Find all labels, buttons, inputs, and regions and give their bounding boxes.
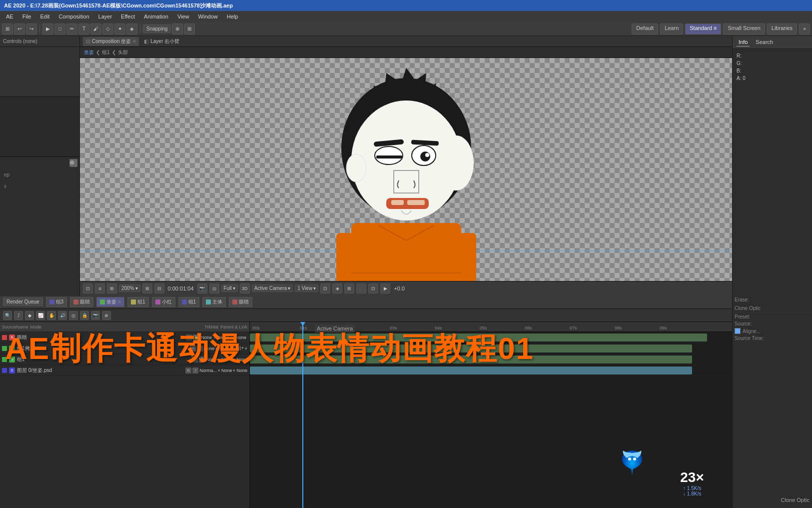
info-tab[interactable]: Info — [737, 38, 750, 46]
vp-snap-btn[interactable]: ⊡ — [368, 284, 378, 294]
layer-tab-group1b[interactable]: 组1 — [178, 297, 200, 307]
eraser-tool[interactable]: ◇ — [102, 24, 113, 34]
tl-graph-btn[interactable]: 📈 — [36, 311, 45, 320]
brush-tool[interactable]: 🖌 — [90, 24, 101, 34]
timecode-display[interactable]: 0:00:01:04 — [166, 286, 195, 292]
tl-hand-btn[interactable]: ✋ — [47, 311, 56, 320]
menu-file[interactable]: File — [18, 12, 35, 20]
view-dropdown[interactable]: 1 View ▾ — [295, 284, 318, 292]
tl-flow-btn[interactable]: ⤴ — [14, 311, 23, 320]
snapping-btn[interactable]: Snapping — [143, 24, 171, 33]
workspace-libraries[interactable]: Libraries — [767, 24, 797, 34]
tl-null-btn[interactable]: ⊕ — [102, 311, 111, 320]
tl-audio-btn[interactable]: 🔊 — [58, 311, 67, 320]
breadcrumb-2[interactable]: 组1 — [102, 49, 110, 56]
layer-tab-eyes2[interactable]: 眼睛 — [229, 297, 252, 307]
vp-fit-btn[interactable]: ⊞ — [142, 284, 152, 294]
search-tab[interactable]: Search — [754, 38, 775, 46]
new-comp-btn[interactable]: ⊞ — [2, 24, 13, 34]
tl-search-btn[interactable]: 🔍 — [3, 311, 12, 320]
vp-grid-overlay[interactable]: ⊞ — [344, 284, 354, 294]
clone-optic-button[interactable]: Clone Optic — [781, 497, 810, 503]
puppet-tool[interactable]: ✦ — [114, 24, 125, 34]
controls-label: Controls (none) — [3, 38, 37, 44]
shape-tool[interactable]: □ — [54, 24, 65, 34]
layer-tab-eyes[interactable]: 眼睛 — [70, 297, 93, 307]
vp-preview-btn[interactable]: ▶ — [380, 284, 390, 294]
left-panel-icon[interactable]: ⊕ — [69, 159, 77, 167]
right-panel-header: Info Search — [733, 36, 812, 49]
redo-btn[interactable]: ↪ — [26, 24, 37, 34]
tl-keyframe-btn[interactable]: ◆ — [25, 311, 34, 320]
vp-camera-icon[interactable]: 📷 — [197, 284, 207, 294]
workspace-default[interactable]: Default — [632, 24, 658, 34]
text-tool[interactable]: T — [78, 24, 89, 34]
menu-help[interactable]: Help — [223, 12, 242, 20]
roto-tool[interactable]: ◈ — [126, 24, 137, 34]
preset-label: Preset: — [735, 314, 751, 320]
vp-3d-btn[interactable]: 3D — [240, 284, 250, 294]
toolbar-sep-1 — [39, 24, 40, 34]
title-overlay: AE制作卡通动漫人物表情动画教程01 — [0, 321, 732, 376]
layer-tab-main[interactable]: 主体 — [202, 297, 226, 307]
workspace-small[interactable]: Small Screen — [723, 24, 765, 34]
vp-camera-opts[interactable]: 🎥 — [356, 284, 366, 294]
a-row: A: 0 — [737, 76, 808, 81]
render-queue-tab[interactable]: Render Queue — [3, 298, 43, 306]
layer-tab-group3[interactable]: 组3 — [46, 297, 67, 307]
active-camera-dropdown[interactable]: Active Camera ▾ — [252, 284, 293, 292]
vp-region2-btn[interactable]: ⊟ — [154, 284, 164, 294]
comp-tab-row: ⊡ Composition 坐姿 ≡ ◧ Layer 右小臂 — [80, 36, 732, 47]
undo-btn[interactable]: ↩ — [14, 24, 25, 34]
b-row: B: — [737, 68, 808, 74]
menu-edit[interactable]: Edit — [36, 12, 53, 20]
canvas-area[interactable] — [80, 58, 732, 296]
svg-rect-14 — [376, 156, 402, 158]
pen-tool[interactable]: ✏ — [66, 24, 77, 34]
vp-region-btn[interactable]: ⊞ — [107, 284, 117, 294]
menu-ae[interactable]: AE — [2, 12, 17, 20]
svg-rect-21 — [407, 200, 425, 205]
align-row: Aligne... — [735, 328, 810, 334]
menu-composition[interactable]: Composition — [54, 12, 93, 20]
menu-window[interactable]: Window — [194, 12, 222, 20]
main-toolbar: ⊞ ↩ ↪ ▶ □ ✏ T 🖌 ◇ ✦ ◈ Snapping ⊕ ⊞ Defau… — [0, 22, 812, 36]
b-label: B: — [737, 68, 741, 74]
layer-tab-pose[interactable]: 坐姿 ≡ — [96, 297, 124, 307]
layer-tab-eyes-label: 眼睛 — [80, 298, 90, 306]
tl-camera2-btn[interactable]: 📷 — [91, 311, 100, 320]
vp-zoom-dropdown[interactable]: 200% ▾ — [119, 284, 140, 292]
menu-view[interactable]: View — [173, 12, 193, 20]
breadcrumb-3[interactable]: 头部 — [118, 49, 128, 56]
menu-animation[interactable]: Animation — [140, 12, 172, 20]
rgba-display: R: G: B: A: 0 — [737, 53, 808, 81]
vp-render-btn[interactable]: ⊡ — [83, 284, 93, 294]
vp-mask-btn[interactable]: ◈ — [332, 284, 342, 294]
vp-transfer-mode[interactable]: ⊡ — [320, 284, 330, 294]
viewport-controls: ⊡ α ⊞ 200% ▾ ⊞ ⊟ 0:00:01:04 📷 ◎ Full ▾ 3… — [80, 281, 732, 295]
grid-btn[interactable]: ⊞ — [184, 24, 195, 34]
layer-tab-pose-menu: ≡ — [118, 299, 121, 304]
menu-layer[interactable]: Layer — [94, 12, 116, 20]
more-workspaces-btn[interactable]: » — [799, 24, 810, 34]
align-checkbox[interactable] — [735, 328, 741, 334]
left-panel-icon-area: ⊕ — [0, 157, 79, 169]
tl-lock-btn[interactable]: 🔒 — [80, 311, 89, 320]
menu-effect[interactable]: Effect — [117, 12, 139, 20]
vp-motion-blur[interactable]: ◎ — [209, 284, 219, 294]
comp-tab[interactable]: ⊡ Composition 坐姿 ≡ — [83, 37, 139, 46]
svg-rect-25 — [436, 233, 476, 283]
vp-alpha-btn[interactable]: α — [95, 284, 105, 294]
timeline-toolbar: 🔍 ⤴ ◆ 📈 ✋ 🔊 ◎ 🔒 📷 ⊕ — [0, 309, 732, 322]
vp-quality-dropdown[interactable]: Full ▾ — [221, 284, 238, 292]
toolbar-sep-2 — [140, 24, 140, 34]
layer-tab-group1a[interactable]: 组1 — [127, 297, 149, 307]
layer-tab-xiaohong[interactable]: 小红 — [152, 297, 175, 307]
workspace-standard[interactable]: Standard ≡ — [685, 24, 721, 34]
workspace-learn[interactable]: Learn — [660, 24, 683, 34]
breadcrumb-1[interactable]: 坐姿 — [84, 49, 94, 56]
select-tool[interactable]: ▶ — [42, 24, 53, 34]
tl-solo-btn[interactable]: ◎ — [69, 311, 78, 320]
magnet-btn[interactable]: ⊕ — [172, 24, 183, 34]
comp-tab-menu[interactable]: ≡ — [133, 38, 136, 44]
